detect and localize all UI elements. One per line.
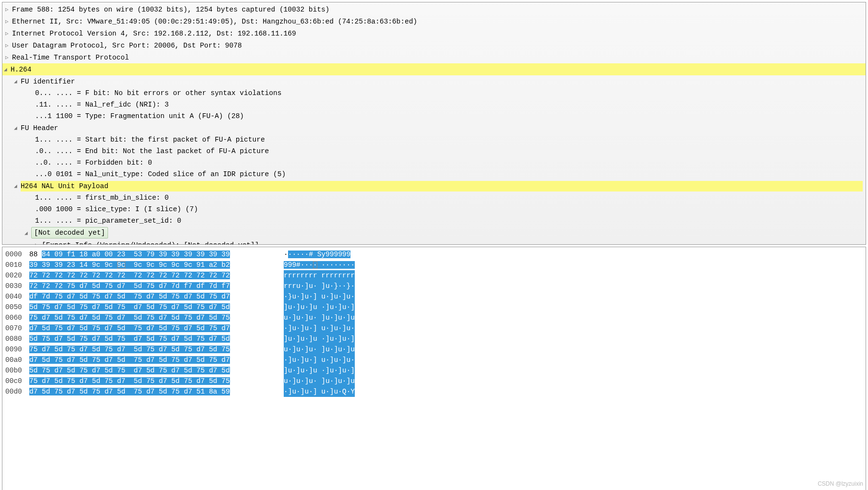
label: 1... .... = Start bit: the first packet … <box>35 134 265 145</box>
tree-row-startbit[interactable]: 1... .... = Start bit: the first packet … <box>32 134 866 145</box>
hex-row[interactable]: 0040df 7d 75 d7 5d 75 d7 5d 75 d7 5d 75 … <box>2 291 866 302</box>
hex-offset: 00d0 <box>5 386 29 397</box>
hex-ascii: u·]u·]u· ]u·]u·]u <box>284 312 355 323</box>
hex-offset: 0040 <box>5 291 29 302</box>
hex-bytes: d7 5d 75 d7 5d 75 d7 5d 75 d7 5d 75 d7 5… <box>29 355 284 365</box>
expand-icon[interactable] <box>5 4 12 15</box>
hex-row[interactable]: 006075 d7 5d 75 d7 5d 75 d7 5d 75 d7 5d … <box>2 312 866 323</box>
tree-row-type[interactable]: ...1 1100 = Type: Fragmentation unit A (… <box>32 110 866 122</box>
hex-ascii: rrrrrrrr rrrrrrrr <box>284 270 355 281</box>
label: 0... .... = F bit: No bit errors or othe… <box>35 88 281 98</box>
label: FU identifier <box>21 76 75 87</box>
label: ..0. .... = Forbidden bit: 0 <box>35 157 152 168</box>
label: [Expert Info (Warning/Undecoded): [Not d… <box>42 240 259 245</box>
tree-row-ppsid[interactable]: 1... .... = pic_parameter_set_id: 0 <box>32 215 866 227</box>
hex-ascii: rrru·]u· ]u·}··}· <box>284 281 355 291</box>
label: ...0 0101 = Nal_unit_type: Coded slice o… <box>35 169 286 179</box>
hex-row[interactable]: 00805d 75 d7 5d 75 d7 5d 75 d7 5d 75 d7 … <box>2 334 866 344</box>
tree-row-eth[interactable]: Ethernet II, Src: VMware_51:49:05 (00:0c… <box>2 15 866 27</box>
expand-icon[interactable] <box>35 239 42 245</box>
hex-offset: 0020 <box>5 270 29 281</box>
hex-bytes: 75 d7 5d 75 d7 5d 75 d7 5d 75 d7 5d 75 d… <box>29 312 284 323</box>
expand-icon[interactable] <box>5 28 12 39</box>
hex-ascii: ]u·]u·]u ·]u·]u·] <box>284 302 355 312</box>
hex-bytes: 75 d7 5d 75 d7 5d 75 d7 5d 75 d7 5d 75 d… <box>29 344 284 355</box>
tree-row-slicetype[interactable]: .000 1000 = slice_type: I (I slice) (7) <box>32 203 866 215</box>
tree-row-h264[interactable]: H.264 <box>2 63 866 75</box>
hex-row[interactable]: 00a0d7 5d 75 d7 5d 75 d7 5d 75 d7 5d 75 … <box>2 355 866 365</box>
hex-offset: 0000 <box>5 249 29 260</box>
hex-bytes: df 7d 75 d7 5d 75 d7 5d 75 d7 5d 75 d7 5… <box>29 291 284 302</box>
tree-row-nri[interactable]: .11. .... = Nal_ref_idc (NRI): 3 <box>32 99 866 110</box>
hex-row[interactable]: 00d0d7 5d 75 d7 5d 75 d7 5d 75 d7 5d 75 … <box>2 386 866 397</box>
label: .0.. .... = End bit: Not the last packet… <box>35 146 269 156</box>
hex-row[interactable]: 0000 88 84 09 f1 18 a0 00 23 53 79 39 39… <box>2 249 866 260</box>
hex-ascii: ·]u·]u·] u·]u·Q·Y <box>284 386 355 397</box>
hex-ascii: ]u·]u·]u ·]u·]u·] <box>284 334 355 344</box>
hex-offset: 0050 <box>5 302 29 312</box>
tree-row-nal-payload[interactable]: H264 NAL Unit Payload <box>11 180 866 192</box>
collapse-icon[interactable] <box>4 64 11 75</box>
hex-bytes: 5d 75 d7 5d 75 d7 5d 75 d7 5d 75 d7 5d 7… <box>29 302 284 312</box>
hex-offset: 00b0 <box>5 365 29 376</box>
collapse-icon[interactable] <box>24 227 31 239</box>
hex-ascii: 999#···· ········ <box>284 260 355 270</box>
hex-offset: 0010 <box>5 260 29 270</box>
tree-row-ip[interactable]: Internet Protocol Version 4, Src: 192.16… <box>2 27 866 39</box>
label: Frame 588: 1254 bytes on wire (10032 bit… <box>12 4 329 15</box>
hex-offset: 0090 <box>5 344 29 355</box>
hex-dump-panel[interactable]: 0000 88 84 09 f1 18 a0 00 23 53 79 39 39… <box>2 247 866 490</box>
tree-row-fu-identifier[interactable]: FU identifier <box>11 75 866 87</box>
tree-row-expert[interactable]: [Expert Info (Warning/Undecoded): [Not d… <box>32 239 866 245</box>
hex-bytes: d7 5d 75 d7 5d 75 d7 5d 75 d7 5d 75 d7 5… <box>29 386 284 397</box>
label: FU Header <box>21 123 58 133</box>
expand-icon[interactable] <box>5 52 12 63</box>
hex-bytes: 72 72 72 75 d7 5d 75 d7 5d 75 d7 7d f7 d… <box>29 281 284 291</box>
tree-row-fu-header[interactable]: FU Header <box>11 122 866 134</box>
packet-details-tree[interactable]: Frame 588: 1254 bytes on wire (10032 bit… <box>2 2 866 245</box>
expand-icon[interactable] <box>5 40 12 51</box>
hex-ascii: ·]u·]u·] u·]u·]u· <box>284 355 355 365</box>
hex-ascii: u·]u·]u· ]u·]u·]u <box>284 344 355 355</box>
label: 1... .... = pic_parameter_set_id: 0 <box>35 215 181 226</box>
label: Ethernet II, Src: VMware_51:49:05 (00:0c… <box>12 16 417 27</box>
label: User Datagram Protocol, Src Port: 20006,… <box>12 40 242 51</box>
label: 1... .... = first_mb_in_slice: 0 <box>35 192 169 203</box>
hex-row[interactable]: 002072 72 72 72 72 72 72 72 72 72 72 72 … <box>2 270 866 281</box>
collapse-icon[interactable] <box>14 180 21 191</box>
hex-ascii: u·]u·]u· ]u·]u·]u <box>284 376 355 386</box>
collapse-icon[interactable] <box>14 76 21 87</box>
tree-row-notdecoded[interactable]: [Not decoded yet] <box>22 227 866 239</box>
label: H264 NAL Unit Payload <box>21 181 863 191</box>
hex-ascii: ······# Sy999999 <box>284 249 350 260</box>
hex-row[interactable]: 0010 39 39 39 23 14 9c 9c 9c 9c 9c 9c 9c… <box>2 260 866 270</box>
label: ...1 1100 = Type: Fragmentation unit A (… <box>35 111 244 121</box>
hex-row[interactable]: 00b05d 75 d7 5d 75 d7 5d 75 d7 5d 75 d7 … <box>2 365 866 376</box>
tree-row-forbidden[interactable]: ..0. .... = Forbidden bit: 0 <box>32 157 866 168</box>
hex-row[interactable]: 003072 72 72 75 d7 5d 75 d7 5d 75 d7 7d … <box>2 281 866 291</box>
hex-offset: 0070 <box>5 323 29 334</box>
tree-row-fbit[interactable]: 0... .... = F bit: No bit errors or othe… <box>32 87 866 99</box>
hex-offset: 0080 <box>5 334 29 344</box>
expand-icon[interactable] <box>5 16 12 27</box>
hex-offset: 00a0 <box>5 355 29 365</box>
hex-ascii: ·]u·]u·] u·]u·]u· <box>284 323 355 334</box>
hex-row[interactable]: 0070d7 5d 75 d7 5d 75 d7 5d 75 d7 5d 75 … <box>2 323 866 334</box>
hex-offset: 0030 <box>5 281 29 291</box>
tree-row-endbit[interactable]: .0.. .... = End bit: Not the last packet… <box>32 145 866 157</box>
tree-row-udp[interactable]: User Datagram Protocol, Src Port: 20006,… <box>2 39 866 51</box>
hex-ascii: ]u·]u·]u ·]u·]u·] <box>284 365 355 376</box>
label: Internet Protocol Version 4, Src: 192.16… <box>12 28 296 39</box>
tree-row-nalunittype[interactable]: ...0 0101 = Nal_unit_type: Coded slice o… <box>32 168 866 180</box>
hex-row[interactable]: 009075 d7 5d 75 d7 5d 75 d7 5d 75 d7 5d … <box>2 344 866 355</box>
hex-bytes: 88 84 09 f1 18 a0 00 23 53 79 39 39 39 3… <box>29 249 284 260</box>
tree-row-frame[interactable]: Frame 588: 1254 bytes on wire (10032 bit… <box>2 3 866 15</box>
collapse-icon[interactable] <box>14 122 21 133</box>
hex-row[interactable]: 00c075 d7 5d 75 d7 5d 75 d7 5d 75 d7 5d … <box>2 376 866 386</box>
tree-row-firstmb[interactable]: 1... .... = first_mb_in_slice: 0 <box>32 192 866 203</box>
label: [Not decoded yet] <box>31 227 108 239</box>
tree-row-rtp[interactable]: Real-Time Transport Protocol <box>2 51 866 63</box>
hex-bytes: 39 39 39 23 14 9c 9c 9c 9c 9c 9c 9c 9c 9… <box>29 260 284 270</box>
hex-bytes: 5d 75 d7 5d 75 d7 5d 75 d7 5d 75 d7 5d 7… <box>29 365 284 376</box>
hex-row[interactable]: 00505d 75 d7 5d 75 d7 5d 75 d7 5d 75 d7 … <box>2 302 866 312</box>
